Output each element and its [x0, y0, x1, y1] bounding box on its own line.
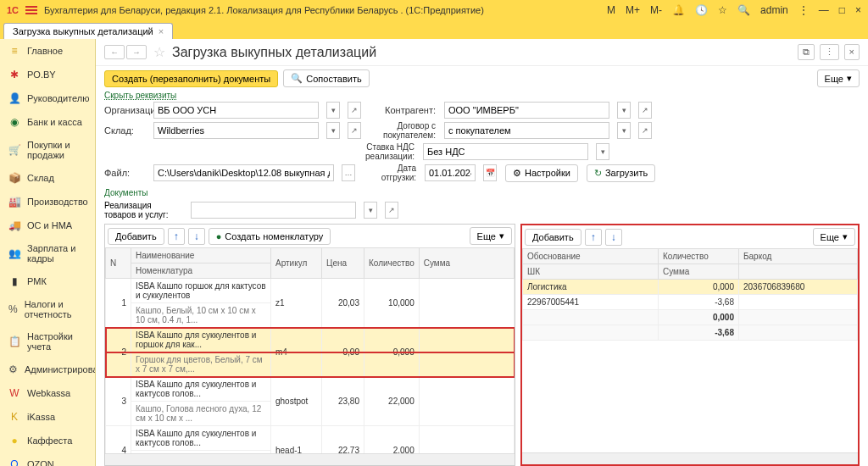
compare-button[interactable]: 🔍Сопоставить: [283, 69, 369, 87]
left-move-down-icon[interactable]: ↓: [188, 228, 205, 245]
contract-input[interactable]: [444, 122, 609, 139]
vat-dropdown-icon[interactable]: ▾: [596, 143, 609, 160]
maximize-icon[interactable]: □: [839, 4, 845, 16]
sidebar-item-7[interactable]: 🚚ОС и НМА: [0, 214, 95, 237]
nav-back-icon[interactable]: ←: [104, 45, 125, 59]
org-input[interactable]: [153, 102, 319, 119]
contract-open-icon[interactable]: ↗: [638, 122, 652, 139]
left-move-up-icon[interactable]: ↑: [168, 228, 185, 245]
col-name[interactable]: Наименование: [131, 248, 271, 264]
search-icon[interactable]: 🔍: [737, 4, 750, 16]
counter-dropdown-icon[interactable]: ▾: [617, 102, 631, 119]
sidebar-item-12[interactable]: ⚙Администрирование: [0, 358, 95, 381]
sidebar-item-5[interactable]: 📦Склад: [0, 166, 95, 190]
sidebar-item-1[interactable]: ✱PO.BY: [0, 63, 95, 86]
sidebar-item-0[interactable]: ≡Главное: [0, 39, 95, 63]
table-row[interactable]: 3ISBA Кашпо для суккулентов и кактусов г…: [106, 377, 515, 402]
main-menu-icon[interactable]: [25, 6, 37, 14]
rcol-qty[interactable]: Количество: [659, 249, 739, 264]
window-close-icon[interactable]: ×: [855, 4, 861, 16]
page-kebab-icon[interactable]: ⋮: [820, 44, 839, 60]
sidebar-item-16[interactable]: OOZON: [0, 452, 95, 466]
right-move-up-icon[interactable]: ↑: [585, 229, 602, 246]
col-qty[interactable]: Количество: [364, 248, 420, 279]
kebab-icon[interactable]: ⋮: [798, 4, 809, 16]
bell-icon[interactable]: 🔔: [672, 4, 685, 16]
col-art[interactable]: Артикул: [271, 248, 322, 279]
realization-open-icon[interactable]: ↗: [385, 202, 398, 219]
table-row[interactable]: 4ISBA Кашпо для суккулентов и кактусов г…: [106, 426, 515, 451]
sidebar-item-15[interactable]: ●Каффеста: [0, 429, 95, 452]
table-row[interactable]: 1ISBA Кашпо горшок для кактусов и суккул…: [106, 279, 515, 303]
ship-label: Дата отгрузки:: [364, 164, 416, 182]
favorites-icon[interactable]: ☆: [718, 4, 727, 16]
more-button-top[interactable]: Еще ▾: [817, 69, 860, 87]
counter-input[interactable]: [444, 102, 609, 119]
col-sum[interactable]: Сумма: [419, 248, 514, 279]
hide-requisites-link[interactable]: Скрыть реквизиты: [96, 91, 868, 100]
calc-m[interactable]: M: [607, 4, 615, 16]
realization-dropdown-icon[interactable]: ▾: [364, 202, 377, 219]
sidebar-item-2[interactable]: 👤Руководителю: [0, 86, 95, 110]
sidebar-icon: ≡: [8, 45, 20, 57]
sidebar-item-3[interactable]: ◉Банк и касса: [0, 110, 95, 134]
calc-mplus[interactable]: M+: [626, 4, 640, 16]
sidebar-item-8[interactable]: 👥Зарплата и кадры: [0, 237, 95, 269]
settings-button[interactable]: ⚙ Настройки: [505, 164, 578, 182]
sidebar-item-10[interactable]: %Налоги и отчетность: [0, 293, 95, 325]
vat-input[interactable]: [423, 143, 588, 160]
create-documents-button[interactable]: Создать (перезаполнить) документы: [104, 70, 278, 87]
warehouse-input[interactable]: [153, 122, 319, 139]
nav-forward-icon[interactable]: →: [126, 45, 147, 59]
sidebar-item-4[interactable]: 🛒Покупки и продажи: [0, 134, 95, 166]
contract-dropdown-icon[interactable]: ▾: [617, 122, 631, 139]
col-price[interactable]: Цена: [322, 248, 364, 279]
file-input[interactable]: [153, 164, 334, 181]
ship-date-input[interactable]: [425, 164, 476, 181]
history-icon[interactable]: 🕓: [695, 4, 708, 16]
right-add-button[interactable]: Добавить: [525, 229, 581, 246]
table-row[interactable]: 22967005441-3,68: [523, 295, 858, 310]
app-logo: 1C: [7, 5, 19, 15]
col-n[interactable]: N: [106, 248, 131, 279]
right-more-button[interactable]: Еще ▾: [813, 228, 855, 246]
realization-input[interactable]: [191, 202, 356, 219]
org-label: Организация:: [104, 105, 145, 115]
org-open-icon[interactable]: ↗: [348, 102, 361, 119]
table-row[interactable]: Логистика0,0002036706839680: [523, 280, 858, 295]
calendar-icon[interactable]: 📅: [483, 164, 497, 181]
warehouse-open-icon[interactable]: ↗: [348, 122, 361, 139]
detach-icon[interactable]: ⧉: [798, 44, 815, 60]
col-nom[interactable]: Номенклатура: [131, 264, 271, 279]
sidebar-label: Зарплата и кадры: [27, 243, 86, 264]
counter-open-icon[interactable]: ↗: [638, 102, 652, 119]
sidebar-item-9[interactable]: ▮РМК: [0, 269, 95, 293]
minimize-icon[interactable]: —: [819, 4, 829, 16]
create-nomenclature-button[interactable]: ● Создать номенклатуру: [209, 228, 331, 245]
favorite-star-icon[interactable]: ☆: [153, 44, 165, 60]
left-scrollbar[interactable]: [105, 453, 515, 465]
left-add-button[interactable]: Добавить: [108, 228, 164, 245]
rcol-barcode[interactable]: Баркод: [739, 249, 858, 264]
active-tab[interactable]: Загрузка выкупных детализаций ×: [3, 23, 173, 39]
rcol-sum[interactable]: Сумма: [659, 264, 739, 280]
load-button[interactable]: ↻ Загрузить: [587, 164, 655, 182]
sidebar-item-6[interactable]: 🏭Производство: [0, 190, 95, 214]
sidebar-item-14[interactable]: KiKassa: [0, 405, 95, 429]
sidebar-item-11[interactable]: 📋Настройки учета: [0, 325, 95, 358]
user-label[interactable]: admin: [760, 4, 788, 16]
rcol-just[interactable]: Обоснование: [523, 249, 659, 264]
left-more-button[interactable]: Еще ▾: [470, 227, 512, 245]
right-scrollbar[interactable]: [522, 452, 858, 464]
sidebar-item-13[interactable]: WWebkassa: [0, 381, 95, 405]
tab-close-icon[interactable]: ×: [159, 26, 164, 36]
rcol-shk[interactable]: ШК: [523, 264, 659, 280]
page-close-icon[interactable]: ×: [844, 44, 860, 60]
right-move-down-icon[interactable]: ↓: [605, 229, 622, 246]
warehouse-dropdown-icon[interactable]: ▾: [326, 122, 340, 139]
sidebar-icon: 📋: [8, 336, 20, 347]
calc-mminus[interactable]: M-: [650, 4, 662, 16]
table-row[interactable]: 2ISBA Кашпо для суккулентов и горшок для…: [106, 328, 515, 352]
file-browse-icon[interactable]: …: [342, 164, 355, 181]
org-dropdown-icon[interactable]: ▾: [326, 102, 340, 119]
